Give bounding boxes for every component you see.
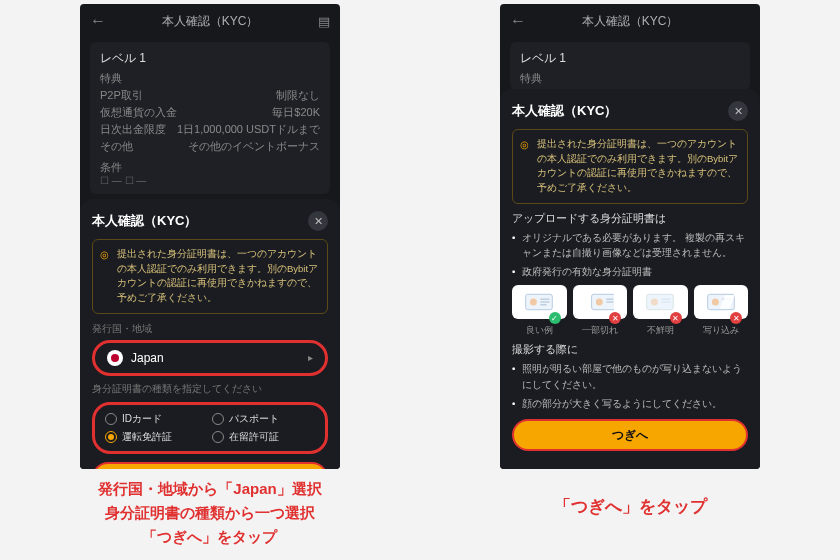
back-icon[interactable]: ←	[90, 12, 106, 30]
kyc-sheet: 本人確認（KYC） ✕ 提出された身分証明書は、一つのアカウントの本人認証でのみ…	[80, 199, 340, 469]
level-card: レベル 1 特典 P2P取引制限なし 仮想通貨の入金毎日$20K 日次出金限度1…	[90, 42, 330, 194]
svg-rect-2	[541, 299, 550, 300]
upload-bullets: オリジナルである必要があります。 複製の再スキャンまたは自撮り画像などは受理され…	[512, 230, 748, 280]
radio-passport[interactable]: パスポート	[212, 410, 315, 428]
radio-residence-permit[interactable]: 在留許可証	[212, 428, 315, 446]
radio-drivers-license[interactable]: 運転免許証	[105, 428, 208, 446]
perks-label: 特典	[520, 71, 740, 86]
svg-rect-12	[662, 302, 671, 303]
perks-label: 特典	[100, 71, 320, 86]
sheet-title: 本人確認（KYC）	[92, 212, 197, 230]
req-label: 条件	[100, 160, 320, 175]
kyc-sheet: 本人確認（KYC） ✕ 提出された身分証明書は、一つのアカウントの本人認証でのみ…	[500, 89, 760, 469]
doc-type-label: 身分証明書の種類を指定してください	[92, 382, 328, 396]
card-labels: 良い例 一部切れ 不鮮明 写り込み	[512, 325, 748, 337]
close-icon[interactable]: ✕	[728, 101, 748, 121]
next-button[interactable]: つぎへ	[92, 462, 328, 469]
card-blur: ✕	[633, 285, 688, 319]
card-good: ✓	[512, 285, 567, 319]
history-icon[interactable]: ▤	[318, 14, 330, 29]
notice-box: 提出された身分証明書は、一つのアカウントの本人認証でのみ利用できます。別のByb…	[92, 239, 328, 314]
caption-right: 「つぎへ」をタップ	[554, 493, 707, 520]
flag-japan-icon	[107, 350, 123, 366]
sheet-title: 本人確認（KYC）	[512, 102, 617, 120]
error-icon: ✕	[609, 312, 621, 324]
header-title: 本人確認（KYC）	[582, 13, 679, 30]
svg-rect-7	[606, 299, 613, 300]
country-select[interactable]: Japan ▸	[92, 340, 328, 376]
upload-head: アップロードする身分証明書は	[512, 212, 748, 226]
caption-left: 発行国・地域から「Japan」選択 身分証明書の種類から一つ選択 「つぎへ」をタ…	[98, 477, 321, 549]
phone-right: ← 本人確認（KYC） レベル 1 特典 本人確認（KYC） ✕ 提出された身分…	[500, 4, 760, 469]
svg-point-6	[596, 299, 603, 306]
svg-rect-8	[606, 302, 613, 303]
notice-box: 提出された身分証明書は、一つのアカウントの本人認証でのみ利用できます。別のByb…	[512, 129, 748, 204]
app-header: ← 本人確認（KYC）	[500, 4, 760, 38]
shoot-bullets: 照明が明るい部屋で他のものが写り込まないようにしてください。 顔の部分が大きく写…	[512, 361, 748, 411]
svg-point-10	[651, 299, 658, 306]
error-icon: ✕	[670, 312, 682, 324]
level-title: レベル 1	[520, 50, 740, 67]
header-title: 本人確認（KYC）	[162, 13, 259, 30]
card-glare: ✕	[694, 285, 749, 319]
level-title: レベル 1	[100, 50, 320, 67]
shoot-head: 撮影する際に	[512, 343, 748, 357]
svg-rect-11	[662, 299, 671, 300]
back-icon[interactable]: ←	[510, 12, 526, 30]
svg-rect-3	[541, 302, 550, 303]
radio-id-card[interactable]: IDカード	[105, 410, 208, 428]
phone-left: ← 本人確認（KYC） ▤ レベル 1 特典 P2P取引制限なし 仮想通貨の入金…	[80, 4, 340, 469]
country-label: 発行国・地域	[92, 322, 328, 336]
svg-point-1	[530, 299, 537, 306]
country-value: Japan	[131, 351, 164, 365]
close-icon[interactable]: ✕	[308, 211, 328, 231]
next-button[interactable]: つぎへ	[512, 419, 748, 451]
chevron-right-icon: ▸	[308, 352, 313, 363]
card-cut: ✕	[573, 285, 628, 319]
svg-point-14	[712, 299, 719, 306]
svg-rect-4	[541, 305, 547, 306]
check-icon: ✓	[549, 312, 561, 324]
example-cards: ✓ ✕ ✕ ✕	[512, 285, 748, 319]
error-icon: ✕	[730, 312, 742, 324]
app-header: ← 本人確認（KYC） ▤	[80, 4, 340, 38]
doc-type-radio-group: IDカード パスポート 運転免許証 在留許可証	[92, 402, 328, 454]
level-card: レベル 1 特典	[510, 42, 750, 90]
